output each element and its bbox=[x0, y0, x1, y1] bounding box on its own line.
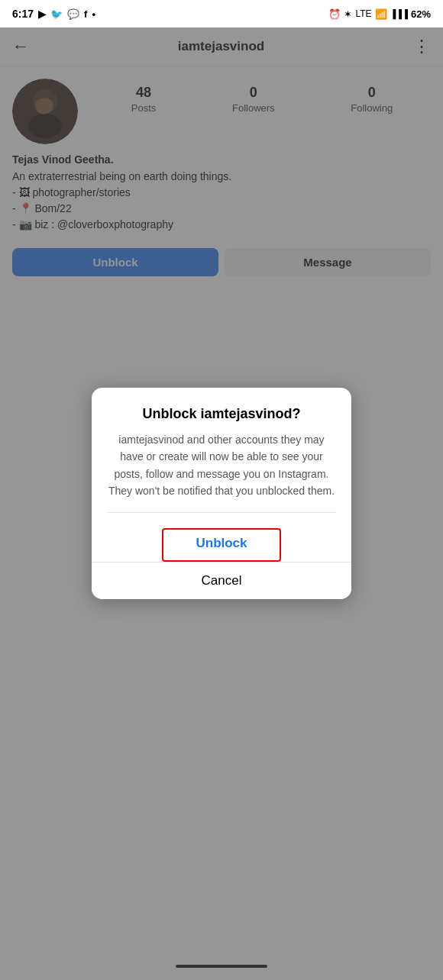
facebook-icon: f bbox=[84, 8, 87, 20]
alarm-icon: ⏰ bbox=[328, 8, 341, 20]
battery-display: 62% bbox=[411, 8, 431, 20]
home-indicator bbox=[176, 965, 267, 968]
youtube-icon: ▶ bbox=[38, 8, 46, 20]
modal-cancel-button[interactable]: Cancel bbox=[92, 561, 351, 598]
signal-icon: LTE bbox=[355, 8, 371, 19]
chat-icon: 💬 bbox=[67, 8, 79, 20]
modal-divider bbox=[107, 511, 336, 512]
modal-unblock-button[interactable]: Unblock bbox=[92, 524, 351, 561]
bluetooth-icon: ✶ bbox=[344, 8, 352, 20]
time-display: 6:17 bbox=[12, 8, 34, 20]
status-bar: 6:17 ▶ 🐦 💬 f • ⏰ ✶ LTE 📶 ▐▐▐ 62% bbox=[0, 0, 443, 27]
status-right: ⏰ ✶ LTE 📶 ▐▐▐ 62% bbox=[328, 8, 431, 20]
twitter-icon: 🐦 bbox=[50, 8, 63, 20]
modal-title: Unblock iamtejasvinod? bbox=[107, 406, 336, 422]
dot-icon: • bbox=[92, 8, 95, 20]
wifi-icon: 📶 bbox=[375, 8, 387, 20]
unblock-modal: Unblock iamtejasvinod? iamtejasvinod and… bbox=[92, 388, 351, 599]
modal-content: Unblock iamtejasvinod? iamtejasvinod and… bbox=[92, 388, 351, 525]
modal-body: iamtejasvinod and other accounts they ma… bbox=[107, 431, 336, 500]
status-left: 6:17 ▶ 🐦 💬 f • bbox=[12, 8, 95, 20]
bars-icon: ▐▐▐ bbox=[390, 9, 408, 18]
profile-page: ← iamtejasvinod ⋮ 48 Posts bbox=[0, 27, 443, 980]
